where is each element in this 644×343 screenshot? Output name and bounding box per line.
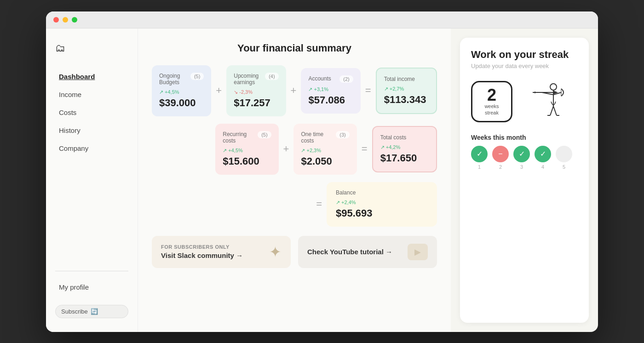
streak-label: weeksstreak bbox=[484, 103, 499, 115]
subscribe-label: Subscribe bbox=[61, 308, 88, 315]
week-item-3: ✓ 3 bbox=[513, 146, 530, 170]
sidebar-item-profile[interactable]: My profile bbox=[55, 279, 128, 296]
card-value: $57.086 bbox=[308, 94, 353, 106]
card-badge: (4) bbox=[265, 73, 278, 80]
slack-link-label: FOR SUBSCRIBERS ONLY bbox=[161, 244, 243, 250]
sidebar-item-dashboard[interactable]: Dashboard bbox=[55, 68, 128, 85]
card-header: Balance bbox=[336, 189, 428, 196]
minimize-button[interactable] bbox=[63, 17, 68, 23]
youtube-icon: ▶ bbox=[408, 244, 428, 260]
card-header: Total costs bbox=[380, 134, 429, 141]
streak-title: Work on your streak bbox=[471, 49, 578, 61]
sidebar: 🗂 Dashboard Income Costs History Company… bbox=[46, 29, 138, 332]
card-upcoming-earnings[interactable]: Upcoming earnings (4) ↘ -2,3% $17.257 bbox=[226, 65, 286, 116]
card-total-costs[interactable]: Total costs ↗ +4,2% $17.650 bbox=[372, 126, 437, 172]
card-balance[interactable]: Balance ↗ +2,4% $95.693 bbox=[327, 182, 437, 227]
slack-link-content: FOR SUBSCRIBERS ONLY Visit Slack communi… bbox=[161, 244, 243, 259]
sidebar-item-income[interactable]: Income bbox=[55, 86, 128, 103]
week-circle-2: − bbox=[492, 146, 509, 162]
maximize-button[interactable] bbox=[72, 17, 77, 23]
week-item-2: − 2 bbox=[492, 146, 509, 170]
week-num-5: 5 bbox=[563, 164, 565, 170]
card-value: $39.000 bbox=[159, 97, 204, 109]
youtube-link-card[interactable]: Check YouTube tutorial → ▶ bbox=[298, 236, 437, 268]
plus-operator-2: + bbox=[291, 85, 297, 97]
card-header: Recurring costs (5) bbox=[223, 131, 271, 144]
week-num-2: 2 bbox=[499, 164, 502, 170]
app-body: 🗂 Dashboard Income Costs History Company… bbox=[46, 29, 598, 332]
sidebar-item-company[interactable]: Company bbox=[55, 140, 128, 157]
week-circle-5 bbox=[556, 146, 572, 162]
weeks-title: Weeks this month bbox=[471, 134, 578, 141]
card-change: ↗ +4,5% bbox=[159, 89, 204, 95]
week-item-4: ✓ 4 bbox=[535, 146, 551, 170]
equals-operator-2: = bbox=[362, 143, 368, 155]
week-item-5: 5 bbox=[556, 146, 572, 170]
card-header: Ongoing Budgets (5) bbox=[159, 73, 204, 86]
card-ongoing-budgets[interactable]: Ongoing Budgets (5) ↗ +4,5% $39.000 bbox=[152, 65, 211, 116]
streak-block: 2 weeksstreak bbox=[471, 79, 578, 125]
weeks-section: Weeks this month ✓ 1 − 2 ✓ 3 ✓ bbox=[471, 134, 578, 170]
card-badge: (5) bbox=[190, 73, 204, 80]
sidebar-item-history[interactable]: History bbox=[55, 122, 128, 139]
equals-operator-1: = bbox=[365, 85, 371, 97]
youtube-link-text: Check YouTube tutorial → bbox=[307, 248, 392, 256]
card-badge: (2) bbox=[339, 75, 353, 83]
slack-link-text: Visit Slack community → bbox=[161, 252, 243, 259]
streak-number: 2 bbox=[487, 87, 496, 103]
close-button[interactable] bbox=[53, 17, 59, 23]
svg-line-8 bbox=[553, 106, 557, 115]
card-header: Accounts (2) bbox=[308, 75, 353, 83]
card-value: $15.600 bbox=[223, 155, 271, 167]
card-value: $95.693 bbox=[336, 207, 428, 219]
costs-row: + Recurring costs (5) ↗ +4,5% $15.600 + bbox=[152, 124, 437, 175]
card-change: ↘ -2,3% bbox=[234, 89, 278, 95]
plus-operator-1: + bbox=[216, 85, 222, 97]
streak-circle: 2 weeksstreak bbox=[471, 81, 512, 122]
main-content: Your financial summary Ongoing Budgets (… bbox=[138, 29, 451, 332]
card-change: ↗ +2,4% bbox=[336, 200, 428, 206]
weeks-row: ✓ 1 − 2 ✓ 3 ✓ 4 bbox=[471, 146, 578, 170]
subscribe-icon: 🔄 bbox=[91, 308, 98, 315]
card-title: Ongoing Budgets bbox=[159, 73, 190, 86]
week-num-1: 1 bbox=[478, 164, 481, 170]
equals-operator-3: = bbox=[316, 198, 322, 210]
logo-icon: 🗂 bbox=[55, 42, 128, 54]
card-badge: (3) bbox=[336, 131, 349, 138]
sidebar-item-costs[interactable]: Costs bbox=[55, 104, 128, 121]
card-recurring-costs[interactable]: Recurring costs (5) ↗ +4,5% $15.600 bbox=[215, 124, 278, 175]
card-badge: (5) bbox=[258, 131, 271, 138]
card-accounts[interactable]: Accounts (2) ↗ +3,1% $57.086 bbox=[301, 68, 360, 114]
app-window: 🗂 Dashboard Income Costs History Company… bbox=[46, 11, 598, 332]
youtube-link-content: Check YouTube tutorial → bbox=[307, 248, 392, 256]
week-circle-1: ✓ bbox=[471, 146, 488, 162]
subscribe-button[interactable]: Subscribe 🔄 bbox=[55, 305, 128, 318]
card-value: $17.257 bbox=[234, 97, 278, 109]
card-change: ↗ +3,1% bbox=[308, 86, 353, 92]
card-onetime-costs[interactable]: One time costs (3) ↗ +2,3% $2.050 bbox=[293, 124, 356, 175]
card-change: ↗ +4,5% bbox=[223, 148, 271, 154]
streak-illustration bbox=[520, 79, 578, 125]
balance-section: = Balance ↗ +2,4% $95.693 bbox=[316, 182, 437, 227]
card-change: ↗ +2,7% bbox=[384, 86, 429, 92]
week-circle-4: ✓ bbox=[535, 146, 551, 162]
card-title: Accounts bbox=[308, 75, 331, 82]
sidebar-divider bbox=[55, 271, 128, 271]
card-change: ↗ +2,3% bbox=[301, 148, 349, 154]
slack-icon: ✦ bbox=[269, 243, 282, 261]
card-total-income[interactable]: Total income ↗ +2,7% $113.343 bbox=[376, 68, 437, 114]
balance-row: = Balance ↗ +2,4% $95.693 bbox=[152, 182, 437, 227]
card-title: Balance bbox=[336, 189, 356, 196]
card-value: $2.050 bbox=[301, 155, 349, 167]
svg-line-7 bbox=[550, 106, 553, 115]
income-row: Ongoing Budgets (5) ↗ +4,5% $39.000 + Up… bbox=[152, 65, 437, 116]
card-title: Recurring costs bbox=[223, 131, 258, 144]
summary-grid: Ongoing Budgets (5) ↗ +4,5% $39.000 + Up… bbox=[152, 65, 437, 227]
slack-link-card[interactable]: FOR SUBSCRIBERS ONLY Visit Slack communi… bbox=[152, 236, 291, 268]
plus-operator-3: + bbox=[283, 143, 289, 155]
week-item-1: ✓ 1 bbox=[471, 146, 488, 170]
bottom-links: FOR SUBSCRIBERS ONLY Visit Slack communi… bbox=[152, 236, 437, 268]
card-value: $113.343 bbox=[384, 94, 429, 106]
card-change: ↗ +4,2% bbox=[380, 144, 429, 150]
right-panel: Work on your streak Update your data eve… bbox=[460, 38, 589, 323]
